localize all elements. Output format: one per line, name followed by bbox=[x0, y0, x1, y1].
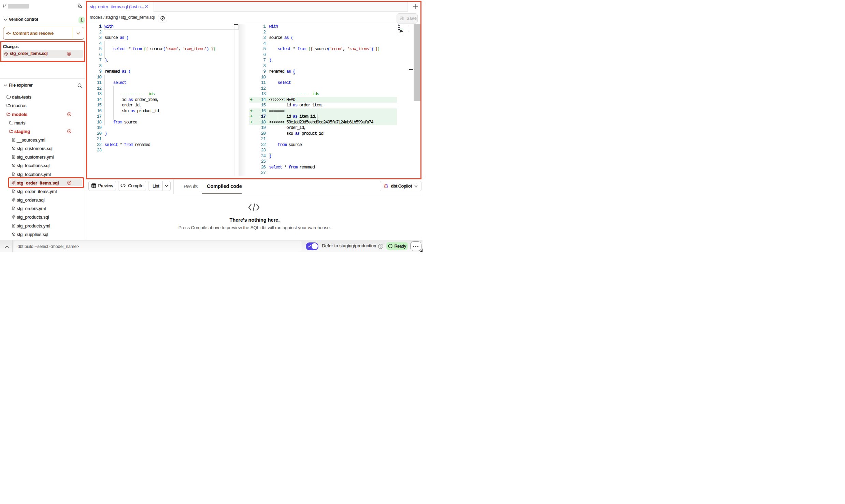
svg-text:?: ? bbox=[380, 244, 382, 248]
